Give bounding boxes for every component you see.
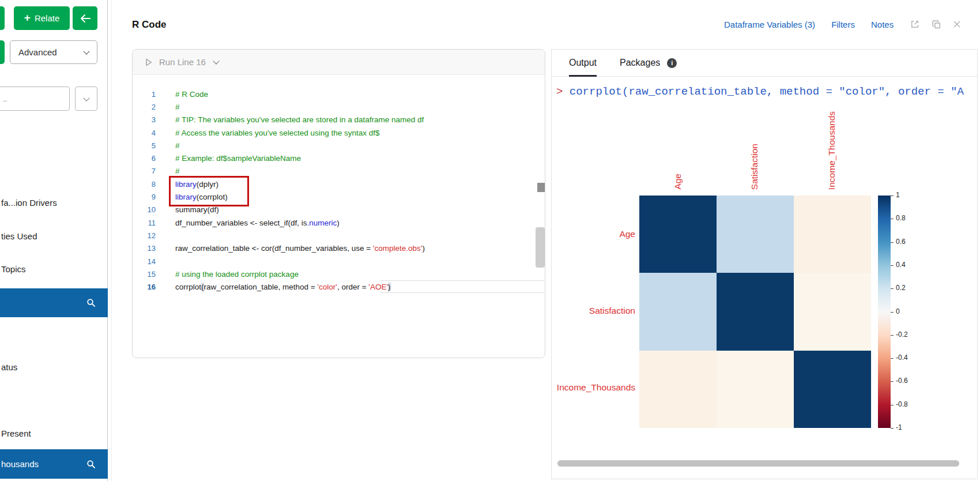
popout-icon[interactable]: [910, 19, 920, 29]
dialog-title: R Code: [132, 19, 167, 31]
cropped-green-button[interactable]: [0, 40, 5, 64]
colorbar-tick-label: 0.2: [896, 284, 906, 292]
variable-input[interactable]: [0, 87, 70, 111]
variable-dropdown-button[interactable]: [75, 87, 97, 111]
line-number: 4: [133, 129, 156, 137]
colorbar-tick-label: 0.6: [896, 238, 906, 246]
info-icon[interactable]: i: [667, 58, 677, 68]
code-line[interactable]: 12: [133, 229, 545, 242]
line-number: 15: [133, 270, 156, 279]
line-number: 9: [133, 193, 156, 201]
colorbar-tick-label: 0: [896, 307, 900, 315]
close-icon[interactable]: [953, 20, 961, 28]
sidebar-item-selected[interactable]: housands: [0, 449, 108, 479]
code-line[interactable]: 4# Access the variables you've selected …: [133, 126, 545, 139]
corr-cell-Age-Satisfaction: [717, 196, 794, 273]
colorbar-tick: [891, 219, 894, 219]
code-line[interactable]: 10summary(df): [133, 204, 545, 216]
duplicate-icon[interactable]: [932, 20, 941, 29]
corr-cell-Income_Thousands-Age: [639, 351, 717, 428]
rcode-dialog: R Code Dataframe Variables (3) Filters N…: [111, 0, 980, 481]
code-line[interactable]: 15# using the loaded corrplot package: [133, 268, 545, 280]
colorbar-tick-label: -0.6: [896, 377, 908, 385]
run-line-button[interactable]: Run Line 16: [145, 57, 218, 67]
line-number: 3: [133, 115, 156, 124]
line-number: 7: [133, 167, 156, 175]
notes-link[interactable]: Notes: [871, 20, 894, 29]
code-line[interactable]: 6# Example: df$sampleVariableName: [133, 152, 545, 164]
line-number: 6: [133, 154, 156, 163]
back-button[interactable]: [73, 6, 97, 30]
heatmap-col-label: Satisfaction: [749, 144, 760, 190]
sidebar-item[interactable]: atus: [1, 362, 17, 372]
colorbar: [878, 196, 891, 428]
line-number: 11: [133, 219, 156, 227]
colorbar-tick-label: 0.8: [896, 214, 906, 222]
heatmap-col-label: Age: [673, 174, 683, 190]
colorbar-tick: [891, 358, 894, 359]
code-line[interactable]: 14: [133, 255, 545, 268]
corr-cell-Income_Thousands-Income_Thousands: [794, 351, 871, 428]
sidebar-item[interactable]: Topics: [1, 264, 26, 274]
filters-link[interactable]: Filters: [831, 20, 855, 29]
code-line[interactable]: 8library(dplyr): [133, 178, 545, 190]
relate-button-label: Relate: [35, 13, 59, 23]
heatmap-row-label: Income_Thousands: [552, 382, 635, 393]
line-number: 16: [133, 283, 156, 291]
cropped-green-button[interactable]: [0, 6, 5, 30]
line-number: 12: [133, 231, 156, 240]
colorbar-tick-label: -1: [896, 423, 902, 431]
console-prompt: >: [556, 85, 563, 98]
corr-cell-Satisfaction-Age: [639, 273, 717, 350]
line-number: 2: [133, 103, 156, 111]
horizontal-scrollbar[interactable]: [557, 460, 959, 467]
play-icon: [145, 58, 152, 66]
line-number: 14: [133, 257, 156, 266]
editor-toolbar: Run Line 16: [133, 50, 545, 75]
arrow-left-icon: [80, 14, 91, 22]
colorbar-tick: [891, 312, 894, 313]
output-panel: Output Packages i > corrplot(raw_correla…: [551, 49, 978, 479]
colorbar-tick: [891, 288, 894, 289]
editor-scrollbar-thumb[interactable]: [536, 227, 545, 268]
tab-packages[interactable]: Packages: [620, 50, 660, 77]
advanced-dropdown[interactable]: Advanced: [10, 40, 97, 64]
sidebar-item[interactable]: Present: [1, 429, 31, 438]
code-line[interactable]: 9library(corrplot): [133, 190, 545, 203]
colorbar-tick: [891, 242, 894, 243]
dataframe-variables-link[interactable]: Dataframe Variables (3): [724, 20, 815, 29]
code-line[interactable]: 13raw_correlation_table <- cor(df_number…: [133, 242, 545, 255]
colorbar-tick-label: -0.4: [896, 354, 908, 362]
colorbar-tick: [891, 405, 894, 405]
sidebar-item[interactable]: ties Used: [1, 231, 37, 241]
code-area[interactable]: 1# R Code2#3# TIP: The variables you've …: [133, 75, 545, 294]
code-line[interactable]: 5#: [133, 139, 545, 152]
corr-cell-Satisfaction-Income_Thousands: [794, 273, 871, 350]
code-line[interactable]: 7#: [133, 165, 545, 178]
heatmap-row-label: Satisfaction: [552, 306, 635, 316]
code-line[interactable]: 2#: [133, 100, 545, 113]
line-number: 1: [133, 90, 156, 99]
editor-scrollbar-thumb[interactable]: [537, 183, 545, 192]
search-icon: [86, 460, 96, 469]
code-line[interactable]: 1# R Code: [133, 88, 545, 100]
dialog-header-actions: Dataframe Variables (3) Filters Notes: [724, 19, 961, 29]
line-number: 10: [133, 205, 156, 214]
advanced-dropdown-label: Advanced: [18, 47, 57, 57]
corr-cell-Income_Thousands-Satisfaction: [717, 351, 794, 428]
line-number: 13: [133, 244, 156, 253]
tab-output[interactable]: Output: [569, 50, 597, 77]
sidebar-item[interactable]: fa...ion Drivers: [1, 198, 57, 208]
run-line-label: Run Line 16: [159, 57, 206, 67]
relate-button[interactable]: + Relate: [14, 6, 70, 30]
code-line[interactable]: 3# TIP: The variables you've selected ar…: [133, 114, 545, 126]
chevron-down-icon: [213, 58, 219, 64]
chevron-down-icon: [83, 48, 89, 54]
sidebar-item-selected[interactable]: [0, 288, 108, 317]
colorbar-tick-label: -0.2: [896, 330, 908, 339]
colorbar-tick: [891, 428, 894, 429]
line-number: 8: [133, 180, 156, 189]
colorbar-tick: [891, 381, 894, 382]
plus-icon: +: [24, 12, 31, 24]
code-line[interactable]: 11df_number_variables <- select_if(df, i…: [133, 216, 545, 229]
